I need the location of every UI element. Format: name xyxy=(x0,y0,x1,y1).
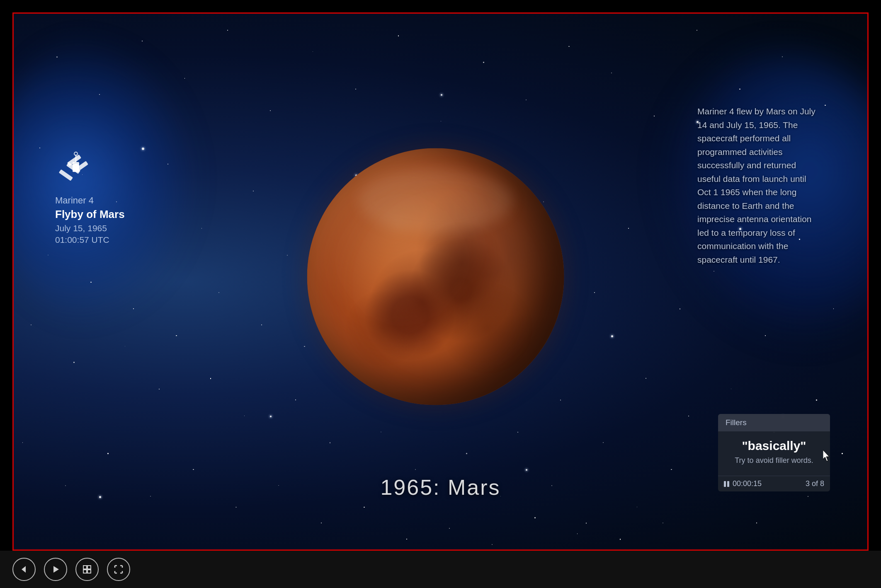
info-text: Mariner 4 flew by Mars on July 14 and Ju… xyxy=(697,105,818,267)
fillers-tooltip: Fillers "basically" Try to avoid filler … xyxy=(718,414,830,491)
timer-display: 00:00:15 xyxy=(733,479,762,488)
space-background: Mariner 4 Flyby of Mars July 15, 1965 01… xyxy=(14,14,867,549)
pause-button[interactable]: 00:00:15 xyxy=(724,479,762,488)
spacecraft-time: 01:00:57 UTC xyxy=(55,235,125,245)
mars-planet xyxy=(307,148,564,405)
svg-rect-10 xyxy=(83,566,87,569)
grid-view-button[interactable] xyxy=(75,558,99,581)
spacecraft-icon xyxy=(55,146,97,188)
pause-icon xyxy=(724,481,729,487)
fillers-advice: Try to avoid filler words. xyxy=(726,456,823,465)
spacecraft-date: July 15, 1965 xyxy=(55,223,125,233)
slide-counter: 3 of 8 xyxy=(806,479,824,488)
svg-rect-3 xyxy=(59,169,73,181)
bottom-bar xyxy=(0,551,881,588)
svg-rect-13 xyxy=(87,570,91,573)
fillers-body: "basically" Try to avoid filler words. xyxy=(718,431,830,476)
prev-button[interactable] xyxy=(12,558,36,581)
spacecraft-info: Mariner 4 Flyby of Mars July 15, 1965 01… xyxy=(55,146,125,245)
fillers-footer: 00:00:15 3 of 8 xyxy=(718,476,830,491)
svg-marker-9 xyxy=(53,566,59,573)
main-frame: Mariner 4 Flyby of Mars July 15, 1965 01… xyxy=(12,12,869,551)
play-button[interactable] xyxy=(44,558,67,581)
fillers-header: Fillers xyxy=(718,414,830,431)
svg-marker-8 xyxy=(22,566,26,573)
year-label: 1965: Mars xyxy=(380,475,500,500)
svg-rect-12 xyxy=(83,570,87,573)
fullscreen-button[interactable] xyxy=(107,558,130,581)
spacecraft-name: Mariner 4 xyxy=(55,195,125,206)
spacecraft-event: Flyby of Mars xyxy=(55,208,125,221)
svg-rect-11 xyxy=(87,566,91,569)
svg-point-5 xyxy=(73,164,79,170)
fillers-word: "basically" xyxy=(726,439,823,453)
